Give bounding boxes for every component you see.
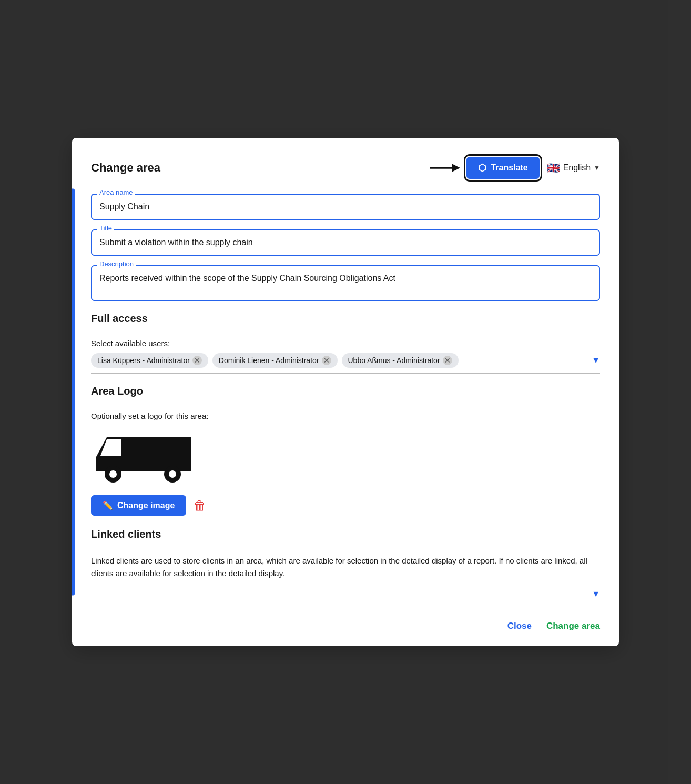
logo-actions: ✏️ Change image 🗑 — [91, 495, 600, 516]
area-logo-section: Area Logo Optionally set a logo for this… — [91, 385, 600, 516]
svg-marker-1 — [452, 164, 460, 172]
user-tag-1-label: Lisa Küppers - Administrator — [97, 356, 190, 365]
translate-icon: ⬡ — [478, 162, 486, 174]
area-name-field: Area name — [91, 194, 600, 220]
area-logo-title: Area Logo — [91, 385, 600, 397]
full-access-title: Full access — [91, 313, 600, 325]
clients-dropdown-row: ▼ — [91, 587, 600, 606]
linked-clients-title: Linked clients — [91, 528, 600, 540]
description-label: Description — [97, 260, 136, 268]
translate-button-label: Translate — [491, 163, 527, 173]
left-accent-bar — [72, 189, 75, 596]
translate-button[interactable]: ⬡ Translate — [466, 157, 539, 179]
full-access-divider — [91, 330, 600, 330]
svg-rect-2 — [123, 437, 191, 471]
user-tag-3-remove[interactable]: ✕ — [443, 356, 452, 365]
modal-title: Change area — [91, 161, 160, 175]
area-logo-divider — [91, 403, 600, 403]
area-name-label: Area name — [97, 188, 135, 196]
svg-point-7 — [169, 470, 176, 478]
linked-clients-divider — [91, 546, 600, 546]
user-tag-1-remove[interactable]: ✕ — [192, 356, 202, 365]
logo-hint-text: Optionally set a logo for this area: — [91, 411, 600, 420]
linked-clients-section: Linked clients Linked clients are used t… — [91, 528, 600, 606]
language-label: English — [563, 163, 591, 173]
clients-dropdown-icon[interactable]: ▼ — [592, 589, 600, 599]
modal-overlay: Change area ⬡ Translate 🇬🇧 — [0, 0, 691, 784]
pencil-icon: ✏️ — [103, 500, 113, 510]
chevron-down-icon: ▼ — [594, 164, 600, 172]
arrow-translate-wrapper: ⬡ Translate — [430, 157, 539, 179]
language-selector[interactable]: 🇬🇧 English ▼ — [547, 162, 600, 174]
user-tag-2-remove[interactable]: ✕ — [322, 356, 331, 365]
select-users-label: Select available users: — [91, 339, 600, 348]
delete-logo-button[interactable]: 🗑 — [194, 498, 206, 513]
change-area-button[interactable]: Change area — [546, 621, 600, 631]
title-field: Title — [91, 229, 600, 256]
svg-marker-8 — [100, 439, 121, 456]
user-tag-3: Ubbo Aßmus - Administrator ✕ — [342, 353, 459, 368]
change-image-label: Change image — [117, 501, 175, 510]
tags-dropdown-icon[interactable]: ▼ — [592, 356, 600, 365]
flag-icon: 🇬🇧 — [547, 162, 560, 174]
title-input[interactable] — [91, 229, 600, 256]
area-name-input[interactable] — [91, 194, 600, 220]
modal-footer: Close Change area — [91, 621, 600, 631]
close-button[interactable]: Close — [507, 621, 532, 631]
svg-point-5 — [109, 470, 117, 478]
header-right: ⬡ Translate 🇬🇧 English ▼ — [430, 157, 600, 179]
full-access-section: Full access Select available users: Lisa… — [91, 313, 600, 374]
users-tags-row: Lisa Küppers - Administrator ✕ Dominik L… — [91, 353, 600, 374]
modal-header: Change area ⬡ Translate 🇬🇧 — [91, 157, 600, 179]
user-tag-2: Dominik Lienen - Administrator ✕ — [212, 353, 338, 368]
title-label: Title — [97, 224, 114, 232]
linked-clients-desc: Linked clients are used to store clients… — [91, 555, 600, 580]
arrow-icon — [430, 160, 461, 176]
description-field: Description Reports received within the … — [91, 265, 600, 303]
modal-container: Change area ⬡ Translate 🇬🇧 — [72, 138, 619, 646]
user-tag-3-label: Ubbo Aßmus - Administrator — [348, 356, 440, 365]
description-input[interactable]: Reports received within the scope of the… — [91, 265, 600, 301]
change-image-button[interactable]: ✏️ Change image — [91, 495, 186, 516]
logo-image-area — [91, 428, 600, 488]
truck-logo-image — [91, 428, 196, 486]
trash-icon: 🗑 — [194, 498, 206, 513]
user-tag-1: Lisa Küppers - Administrator ✕ — [91, 353, 208, 368]
user-tag-2-label: Dominik Lienen - Administrator — [219, 356, 319, 365]
